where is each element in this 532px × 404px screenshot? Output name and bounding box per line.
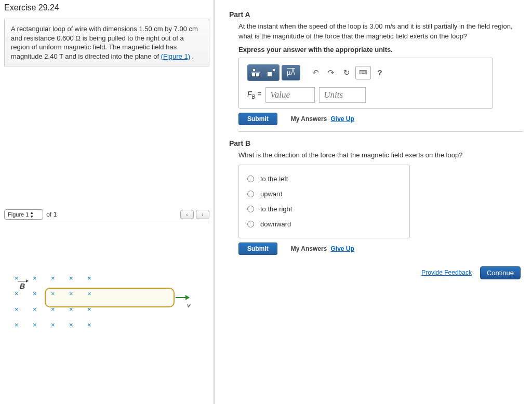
choice-label: downward <box>260 220 291 228</box>
velocity-arrow-icon <box>176 297 189 298</box>
svg-rect-4 <box>268 72 272 76</box>
choice-radio[interactable] <box>247 221 254 227</box>
figure-canvas: × × × × × B × × × × × × × × × × × × × × … <box>4 222 209 336</box>
part-b-header: Part B <box>229 139 523 147</box>
choice-left[interactable]: to the left <box>247 171 401 186</box>
choice-radio[interactable] <box>247 176 254 182</box>
choice-label: upward <box>260 190 283 198</box>
variable-label: FB = <box>247 90 261 100</box>
field-cross-icon: × <box>87 274 91 282</box>
b-arrow-icon <box>18 281 28 281</box>
figure-link[interactable]: (Figure 1) <box>161 52 190 60</box>
part-a-header: Part A <box>229 10 523 19</box>
figure-block: Figure 1 ▴▾ of 1 ‹ › × × × × × B × × × ×… <box>4 209 209 336</box>
submit-row-a: Submit My Answers Give Up <box>238 113 523 125</box>
submit-button-b[interactable]: Submit <box>238 243 277 255</box>
answer-input-row: FB = <box>245 87 486 103</box>
svg-rect-0 <box>253 69 255 71</box>
give-up-link-b[interactable]: Give Up <box>331 245 354 252</box>
wire-loop <box>45 288 175 307</box>
fraction-template-button[interactable] <box>248 65 263 80</box>
field-cross-icon: × <box>15 290 19 298</box>
field-cross-icon: × <box>69 274 73 282</box>
choice-radio[interactable] <box>247 191 254 197</box>
footer-row: Provide Feedback Continue <box>229 266 523 279</box>
problem-statement: A rectangular loop of wire with dimensio… <box>4 19 209 66</box>
choice-downward[interactable]: downward <box>247 217 401 232</box>
provide-feedback-link[interactable]: Provide Feedback <box>421 269 472 276</box>
submit-row-b: Submit My Answers Give Up <box>238 243 523 255</box>
choice-right[interactable]: to the right <box>247 201 401 217</box>
answer-box-a: µÅ ↶ ↷ ↻ ⌨ ? FB = <box>238 58 493 109</box>
figure-nav: ‹ › <box>180 210 209 219</box>
units-input[interactable] <box>319 87 366 103</box>
choice-box: to the left upward to the right downward <box>238 165 410 238</box>
value-input[interactable] <box>265 87 315 103</box>
right-panel: Part A At the instant when the speed of … <box>215 0 532 404</box>
svg-rect-2 <box>256 73 259 76</box>
b-label: B <box>20 282 25 290</box>
figure-of-text: of 1 <box>46 211 57 218</box>
my-answers-label: My Answers <box>291 115 327 123</box>
field-cross-icon: × <box>51 274 55 282</box>
field-cross-icon: × <box>69 321 73 329</box>
help-button[interactable]: ? <box>373 66 387 79</box>
continue-button[interactable]: Continue <box>480 266 521 279</box>
choice-upward[interactable]: upward <box>247 186 401 201</box>
field-cross-icon: × <box>15 305 19 313</box>
figure-selector-label: Figure 1 <box>8 211 29 218</box>
left-panel: Exercise 29.24 A rectangular loop of wir… <box>0 0 215 404</box>
keyboard-button[interactable]: ⌨ <box>355 66 371 79</box>
special-char-button[interactable]: µÅ <box>282 65 300 80</box>
exercise-title: Exercise 29.24 <box>4 3 209 12</box>
separator <box>238 131 523 132</box>
my-answers-label: My Answers <box>291 245 327 252</box>
choice-label: to the right <box>260 205 292 213</box>
field-cross-icon: × <box>87 321 91 329</box>
part-b-question: What is the direction of the force that … <box>238 151 523 160</box>
figure-prev-button[interactable]: ‹ <box>180 210 194 219</box>
part-a-instruction: Express your answer with the appropriate… <box>238 46 523 53</box>
field-cross-icon: × <box>33 321 37 329</box>
part-a-question: At the instant when the speed of the loo… <box>238 22 523 42</box>
figure-header: Figure 1 ▴▾ of 1 ‹ › <box>4 209 209 222</box>
redo-button[interactable]: ↷ <box>324 66 338 79</box>
problem-text-end: . <box>190 52 194 60</box>
svg-rect-1 <box>252 73 255 76</box>
field-cross-icon: × <box>33 290 37 298</box>
give-up-link-a[interactable]: Give Up <box>331 115 354 123</box>
template-buttons <box>247 64 280 81</box>
updown-icon: ▴▾ <box>31 210 33 219</box>
field-cross-icon: × <box>15 321 19 329</box>
answer-toolbar: µÅ ↶ ↷ ↻ ⌨ ? <box>245 62 486 83</box>
figure-next-button[interactable]: › <box>196 210 209 219</box>
field-cross-icon: × <box>33 274 37 282</box>
figure-selector[interactable]: Figure 1 ▴▾ <box>4 209 43 220</box>
choice-label: to the left <box>260 175 288 183</box>
submit-button-a[interactable]: Submit <box>238 113 277 125</box>
field-cross-icon: × <box>51 321 55 329</box>
undo-button[interactable]: ↶ <box>309 66 322 79</box>
choice-radio[interactable] <box>247 206 254 212</box>
field-cross-icon: × <box>33 305 37 313</box>
reset-button[interactable]: ↻ <box>340 66 353 79</box>
exponent-template-button[interactable] <box>263 65 279 80</box>
v-label: v <box>187 301 191 309</box>
svg-rect-5 <box>273 69 275 71</box>
